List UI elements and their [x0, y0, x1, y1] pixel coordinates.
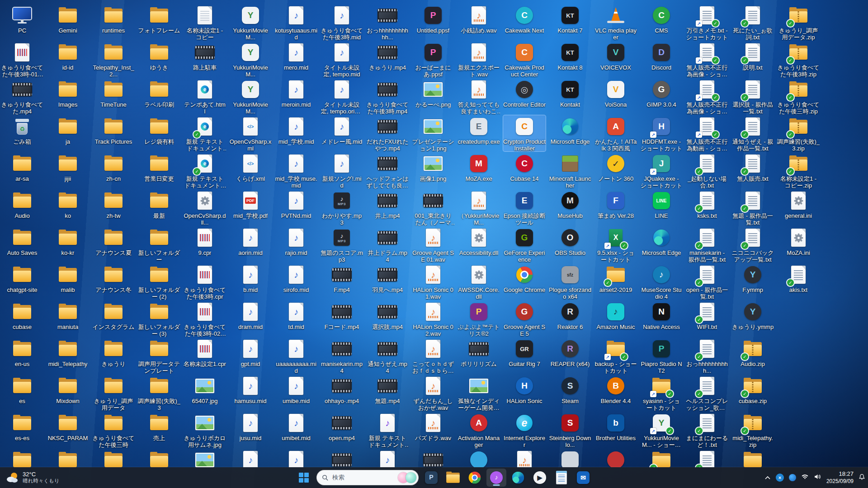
desktop-icon[interactable]: ✓ニコニコバックアップ一覧.txt: [731, 226, 774, 263]
volume-icon[interactable]: [814, 474, 821, 482]
desktop-icon[interactable]: [183, 448, 226, 467]
desktop-icon[interactable]: 井上.mp4: [366, 189, 409, 226]
desktop-icon[interactable]: CCrypton Product Installer: [503, 115, 546, 152]
desktop-icon[interactable]: NKSC_PARAM: [46, 411, 90, 448]
desktop-icon[interactable]: ♪uaaaaaaaaa.mid: [274, 337, 318, 374]
desktop-icon[interactable]: [548, 448, 592, 467]
desktop-icon[interactable]: ✓ヘルスコンプレッション_歌詞.txt: [685, 374, 729, 411]
desktop-icon[interactable]: CCMS: [640, 4, 683, 41]
desktop-icon[interactable]: ♪aorin.mid: [229, 226, 272, 263]
desktop-icon[interactable]: YYukkuriMovieM...: [229, 4, 272, 41]
wifi-icon[interactable]: [801, 474, 809, 482]
desktop-icon[interactable]: F.mp4: [320, 263, 363, 300]
desktop-icon[interactable]: ♪ずんだもん_しおかぜ.wav: [411, 374, 455, 411]
desktop-icon[interactable]: ♪MP3無題のスコア.mp3: [320, 226, 363, 263]
desktop-icon[interactable]: ♪こってｏｈｄずおｆｄｓｂらぶお.wav: [411, 337, 455, 374]
desktop-icon[interactable]: ↗✓万引きメモ.txt - ショートカット: [685, 4, 729, 41]
desktop-icon[interactable]: ♪MuseScore Studio 4: [640, 263, 683, 300]
desktop-icon[interactable]: J↗JQuake.exe - ショートカット: [640, 152, 683, 189]
desktop-icon[interactable]: きゅうり_調声用データ: [92, 374, 135, 411]
desktop-icon[interactable]: Pぷよぷよ™テトリス®2: [457, 300, 500, 337]
desktop-icon[interactable]: アナウンス夏: [92, 226, 135, 263]
desktop-icon[interactable]: 新しいフォルダー (3): [137, 300, 181, 337]
desktop-icon[interactable]: sfzPlogue sforzando x64: [548, 263, 592, 300]
desktop-icon[interactable]: 最新: [137, 189, 181, 226]
desktop-icon[interactable]: ✓説明.txt: [731, 41, 774, 78]
desktop-icon[interactable]: GGeForce Experience: [503, 226, 546, 263]
desktop-icon[interactable]: manisekarin.mp4: [320, 337, 363, 374]
desktop-icon[interactable]: CCakewalk Next: [503, 4, 546, 41]
desktop-icon[interactable]: ♪タイトル未設定, tempo.mid: [320, 41, 363, 78]
desktop-icon[interactable]: 001_東北きりたん（ノーマル）_今しゃ...: [411, 189, 455, 226]
desktop-icon[interactable]: Track Pictures: [92, 115, 135, 152]
desktop-icon[interactable]: ♪Groove Agent SE 01.wav: [411, 226, 455, 263]
desktop-icon[interactable]: きゅうり食べてた午後3時-01.cpr: [0, 41, 44, 78]
tray-chevron-button[interactable]: [764, 474, 771, 481]
desktop-icon[interactable]: 売上: [137, 411, 181, 448]
desktop-icon[interactable]: VLC media player: [594, 4, 637, 41]
weather-widget[interactable]: 32°C 晴れ時々くもり: [1, 469, 64, 487]
desktop-icon[interactable]: かるーぺ.png: [411, 78, 455, 115]
desktop-icon[interactable]: RREAPER (x64): [548, 337, 592, 374]
desktop-icon[interactable]: MMoZA.exe: [457, 152, 500, 189]
desktop-icon[interactable]: Microsoft Edge: [640, 226, 683, 263]
desktop-icon[interactable]: </>くらげ.xml: [229, 152, 272, 189]
desktop-icon[interactable]: ◎Controller Editor: [503, 78, 546, 115]
desktop-icon[interactable]: ✓名称未設定1 - コピー.zip: [777, 152, 820, 189]
desktop-icon[interactable]: [411, 448, 455, 467]
desktop-icon[interactable]: bBrother Utilities: [594, 411, 637, 448]
desktop-icon[interactable]: ✓midi_Telepathy.zip: [731, 411, 774, 448]
desktop-icon[interactable]: 通知うぜえ.mp4: [366, 337, 409, 374]
desktop-icon[interactable]: malib: [46, 263, 90, 300]
desktop-icon[interactable]: jijii: [46, 152, 90, 189]
desktop-icon[interactable]: だれたFXUれたやつ.mp4: [366, 115, 409, 152]
desktop-icon[interactable]: ✓cubase.zip: [731, 374, 774, 411]
desktop-icon[interactable]: ✓airset2-2019: [594, 263, 637, 300]
desktop-icon[interactable]: ✓きゅうり食べてた午後三時.zip: [777, 78, 820, 115]
desktop-icon[interactable]: YYukkuriMovieM...: [229, 78, 272, 115]
desktop-icon[interactable]: ♪: [274, 448, 318, 467]
desktop-icon[interactable]: Auto Saves: [0, 226, 44, 263]
desktop-icon[interactable]: 羽見へ.mp4: [366, 263, 409, 300]
desktop-icon[interactable]: e✓新規 テキスト ドキュメント (2).html: [183, 115, 226, 152]
desktop-icon[interactable]: MMuseHub: [548, 189, 592, 226]
desktop-icon[interactable]: SSteam: [548, 374, 592, 411]
desktop-icon[interactable]: ♪meroin.mid: [274, 78, 318, 115]
taskbar-app-photos[interactable]: P: [421, 469, 441, 487]
desktop-icon[interactable]: ♪MP3わかりやす.mp3: [320, 189, 363, 226]
desktop-icon[interactable]: VVoiSona: [594, 78, 637, 115]
desktop-icon[interactable]: SSteinberg Downlo...: [548, 411, 592, 448]
desktop-icon[interactable]: ↗✓無人販売不正行為画像 - ショートカッ...: [685, 41, 729, 78]
desktop-icon[interactable]: ポリリリズム: [457, 337, 500, 374]
desktop-icon[interactable]: ♪（YukkuriMovieM...: [457, 189, 500, 226]
desktop-icon[interactable]: ♪新規ソング!.mid: [320, 152, 363, 189]
desktop-icon[interactable]: Microsoft Edge: [548, 115, 592, 152]
desktop-icon[interactable]: OOBS Studio: [548, 226, 592, 263]
taskbar-app-chrome[interactable]: [465, 469, 485, 487]
desktop-icon[interactable]: ラベル印刷: [137, 78, 181, 115]
tray-clock[interactable]: 18:27 2025/09/09: [826, 470, 854, 485]
desktop-icon[interactable]: EEpson 接続診断ツール: [503, 189, 546, 226]
desktop-icon[interactable]: ♪rajio.mid: [274, 226, 318, 263]
desktop-icon[interactable]: [594, 448, 637, 467]
desktop-icon[interactable]: CCubase 14: [503, 152, 546, 189]
desktop-icon[interactable]: ✓WIFI.txt: [685, 300, 729, 337]
desktop-icon[interactable]: 路上駐車: [183, 41, 226, 78]
desktop-icon[interactable]: きゅうり食べてた午後3時.mp4: [366, 78, 409, 115]
desktop-icon[interactable]: ♻ごみ箱: [0, 115, 44, 152]
desktop-icon[interactable]: ♪umibe.mid: [274, 374, 318, 411]
desktop-icon[interactable]: ♪jusu.mid: [229, 411, 272, 448]
desktop-icon[interactable]: LINELINE: [640, 189, 683, 226]
desktop-icon[interactable]: ♪b.mid: [229, 263, 272, 300]
desktop-icon[interactable]: chatgpt-site: [0, 263, 44, 300]
desktop-icon[interactable]: ✓Audio.zip: [731, 337, 774, 374]
taskbar-app-mail[interactable]: ✉: [573, 469, 593, 487]
desktop-icon[interactable]: ♪mid_学校.mid: [274, 115, 318, 152]
desktop-icon[interactable]: 井上ドラム.mp4: [366, 226, 409, 263]
desktop-icon[interactable]: 調声練習(失敗)_3: [137, 374, 181, 411]
desktop-icon[interactable]: VVOICEVOX: [594, 41, 637, 78]
desktop-icon[interactable]: PPiapro Studio NT2: [640, 337, 683, 374]
desktop-icon[interactable]: Pおーばーまにあ.ppsf: [411, 41, 455, 78]
desktop-icon[interactable]: ✓ノートン 360: [594, 152, 637, 189]
desktop-icon[interactable]: ♪新規エクスポート.wav: [457, 41, 500, 78]
